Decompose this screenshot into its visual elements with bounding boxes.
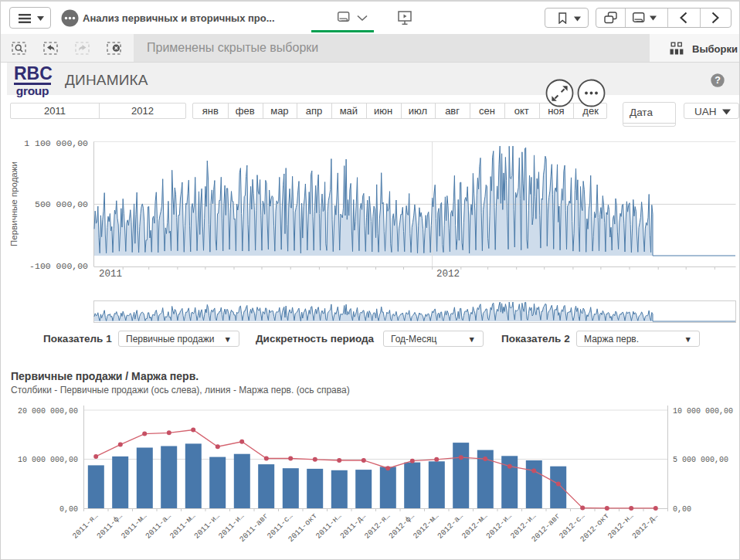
svg-text:2011-м…: 2011-м… xyxy=(168,511,197,540)
svg-text:500 000,00: 500 000,00 xyxy=(35,199,88,209)
svg-text:1 100 000,00: 1 100 000,00 xyxy=(24,138,88,148)
svg-text:2012-м…: 2012-м… xyxy=(412,511,440,540)
svg-text:2012-ф…: 2012-ф… xyxy=(387,511,416,541)
svg-text:2011-н…: 2011-н… xyxy=(314,511,343,540)
svg-text:Первичные продажи: Первичные продажи xyxy=(9,161,19,246)
svg-text:2011-м…: 2011-м… xyxy=(120,511,148,540)
svg-text:2012-н…: 2012-н… xyxy=(606,511,635,540)
svg-text:2011: 2011 xyxy=(99,269,122,280)
svg-text:0,00: 0,00 xyxy=(673,505,691,514)
svg-text:2011-я…: 2011-я… xyxy=(71,511,100,540)
svg-text:10 000 000,00: 10 000 000,00 xyxy=(673,407,733,416)
svg-text:0,00: 0,00 xyxy=(59,505,78,514)
svg-text:2011-а…: 2011-а… xyxy=(144,511,172,540)
svg-text:-100 000,00: -100 000,00 xyxy=(29,261,88,271)
svg-text:2011-ф…: 2011-ф… xyxy=(95,511,124,541)
svg-text:10 000 000,00: 10 000 000,00 xyxy=(18,456,78,464)
svg-text:2012: 2012 xyxy=(436,269,460,280)
svg-text:2011-и…: 2011-и… xyxy=(192,511,221,540)
svg-text:2012-д…: 2012-д… xyxy=(630,511,659,540)
svg-text:2012-м…: 2012-м… xyxy=(460,511,489,540)
svg-text:2012-а…: 2012-а… xyxy=(436,511,464,540)
svg-text:2012-я…: 2012-я… xyxy=(363,511,392,540)
svg-text:5 000 000,00: 5 000 000,00 xyxy=(673,456,728,464)
svg-text:2011-д…: 2011-д… xyxy=(338,511,367,540)
svg-text:?: ? xyxy=(715,75,721,86)
svg-text:20 000 000,00: 20 000 000,00 xyxy=(18,407,78,416)
svg-text:2012-и…: 2012-и… xyxy=(484,511,513,540)
